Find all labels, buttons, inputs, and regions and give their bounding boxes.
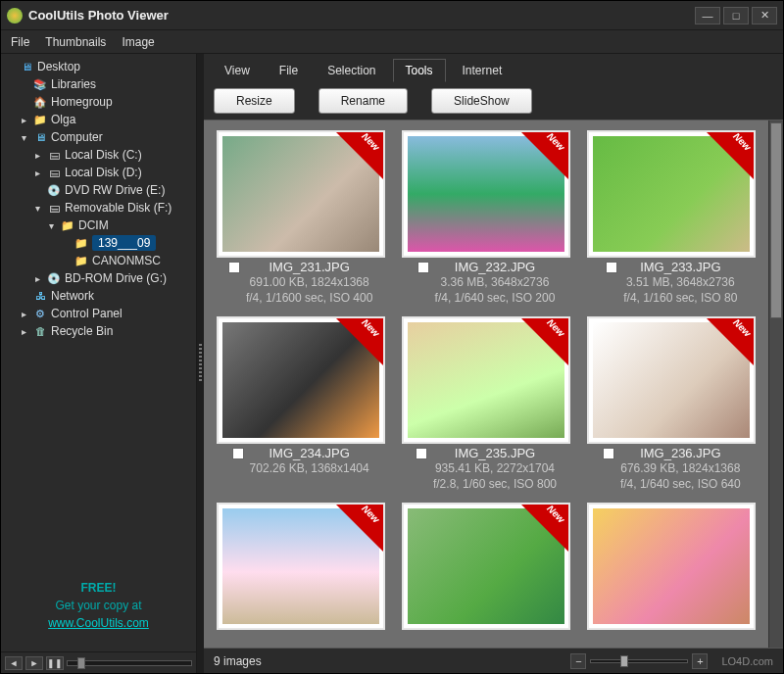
status-count: 9 images	[214, 654, 262, 668]
scroll-thumb[interactable]	[770, 122, 782, 318]
tree-node[interactable]: ▸🖴Local Disk (C:)	[1, 146, 196, 164]
thumbnail-cell[interactable]: NewIMG_236.JPG676.39 KB, 1824x1368f/4, 1…	[581, 316, 762, 499]
splitter-handle[interactable]	[197, 54, 204, 673]
node-label: BD-ROM Drive (G:)	[65, 271, 167, 285]
promo-box: FREE! Get your copy at www.CoolUtils.com	[1, 569, 196, 651]
file-exif: f/4, 1/1600 sec, ISO 400	[246, 290, 372, 306]
close-button[interactable]: ✕	[752, 7, 777, 24]
vertical-scrollbar[interactable]	[768, 120, 783, 648]
slider-right-button[interactable]: ►	[25, 656, 43, 670]
zoom-thumb[interactable]	[620, 655, 628, 667]
tree-node[interactable]: 🖥Desktop	[1, 58, 196, 75]
tree-node[interactable]: ▸💿BD-ROM Drive (G:)	[1, 269, 196, 287]
slider-thumb[interactable]	[77, 657, 85, 669]
promo-text: Get your copy at	[9, 597, 188, 614]
thumbnail-cell[interactable]: NewIMG_233.JPG3.51 MB, 3648x2736f/4, 1/1…	[581, 130, 762, 313]
zoom-out-button[interactable]: −	[570, 653, 586, 669]
title-bar[interactable]: CoolUtils Photo Viewer — □ ✕	[1, 1, 783, 30]
select-checkbox[interactable]	[232, 448, 244, 459]
minimize-button[interactable]: —	[695, 7, 720, 24]
maximize-button[interactable]: □	[723, 7, 749, 24]
menu-thumbnails[interactable]: Thumbnails	[45, 35, 106, 49]
node-icon: 🏠	[32, 95, 48, 109]
select-checkbox[interactable]	[606, 262, 617, 273]
node-label: Desktop	[37, 60, 80, 73]
tree-node[interactable]: 📁CANONMSC	[1, 252, 196, 269]
expand-icon[interactable]: ▸	[19, 326, 29, 337]
zoom-track[interactable]	[590, 659, 688, 663]
tree-node[interactable]: ▸🖴Local Disk (D:)	[1, 164, 196, 181]
rename-button[interactable]: Rename	[318, 88, 408, 114]
tree-node[interactable]: ▸📁Olga	[1, 111, 196, 128]
tree-node[interactable]: ▸🗑Recycle Bin	[1, 322, 196, 340]
new-badge: New	[336, 505, 383, 552]
photo-placeholder	[593, 508, 750, 624]
thumbnail-image[interactable]: New	[402, 130, 570, 258]
tree-node[interactable]: ▸⚙Control Panel	[1, 305, 196, 322]
thumbnail-cell[interactable]: NewIMG_234.JPG702.26 KB, 1368x1404	[210, 316, 391, 499]
tree-node[interactable]: 📁139___09	[1, 234, 196, 252]
expand-icon[interactable]: ▸	[32, 168, 43, 178]
expand-icon[interactable]: ▾	[46, 220, 57, 231]
expand-icon[interactable]: ▸	[19, 115, 29, 125]
tab-file[interactable]: File	[267, 59, 311, 81]
expand-icon[interactable]: ▸	[32, 150, 43, 161]
expand-icon[interactable]: ▾	[32, 203, 43, 214]
tab-view[interactable]: View	[212, 59, 263, 81]
file-size: 676.39 KB, 1824x1368	[620, 460, 741, 476]
thumbnail-cell[interactable]: NewIMG_235.JPG935.41 KB, 2272x1704f/2.8,…	[395, 316, 576, 499]
tree-node[interactable]: 💿DVD RW Drive (E:)	[1, 181, 196, 199]
thumbnail-cell[interactable]: NewIMG_232.JPG3.36 MB, 3648x2736f/4, 1/6…	[395, 130, 576, 313]
resize-button[interactable]: Resize	[214, 88, 295, 114]
thumbnail-image[interactable]: New	[217, 130, 385, 258]
tab-internet[interactable]: Internet	[450, 59, 515, 81]
thumbnail-image[interactable]: New	[402, 316, 570, 444]
thumbnail-cell[interactable]: New	[210, 503, 391, 638]
file-size: 3.36 MB, 3648x2736	[435, 274, 556, 290]
thumbnail-image[interactable]	[587, 503, 756, 630]
thumbnail-cell[interactable]: New	[395, 503, 576, 638]
tree-node[interactable]: ▾🖴Removable Disk (F:)	[1, 199, 196, 217]
expand-icon[interactable]: ▸	[32, 273, 43, 284]
select-checkbox[interactable]	[228, 262, 240, 273]
tree-node[interactable]: 📚Libraries	[1, 75, 196, 93]
thumbnail-image[interactable]: New	[217, 503, 385, 630]
tab-selection[interactable]: Selection	[315, 59, 388, 81]
node-label: Libraries	[51, 77, 96, 91]
file-name: IMG_232.JPG	[435, 260, 556, 274]
select-checkbox[interactable]	[416, 448, 427, 459]
file-name: IMG_231.JPG	[246, 260, 372, 274]
menu-file[interactable]: File	[11, 35, 29, 49]
expand-icon[interactable]: ▾	[19, 132, 29, 143]
node-icon: 🖴	[46, 148, 62, 162]
select-checkbox[interactable]	[417, 262, 429, 273]
tree-node[interactable]: ▾📁DCIM	[1, 217, 196, 234]
tab-bar: ViewFileSelectionToolsInternet	[204, 54, 783, 81]
tree-node[interactable]: 🖧Network	[1, 287, 196, 305]
tree-node[interactable]: 🏠Homegroup	[1, 93, 196, 111]
thumbnail-cell[interactable]	[581, 503, 762, 638]
tree-node[interactable]: ▾🖥Computer	[1, 128, 196, 146]
node-label: DCIM	[78, 218, 109, 232]
zoom-in-button[interactable]: +	[692, 653, 708, 669]
thumbnail-image[interactable]: New	[587, 130, 756, 258]
promo-link[interactable]: www.CoolUtils.com	[9, 614, 188, 632]
folder-tree[interactable]: 🖥Desktop📚Libraries🏠Homegroup▸📁Olga▾🖥Comp…	[1, 54, 196, 569]
menu-image[interactable]: Image	[122, 35, 154, 49]
tab-tools[interactable]: Tools	[393, 59, 446, 82]
slider-pause-button[interactable]: ❚❚	[46, 656, 64, 670]
file-exif: f/2.8, 1/60 sec, ISO 800	[433, 476, 557, 492]
expand-icon[interactable]: ▸	[19, 309, 29, 319]
slideshow-button[interactable]: SlideShow	[431, 88, 532, 114]
node-label: Local Disk (C:)	[65, 148, 142, 162]
select-checkbox[interactable]	[603, 448, 614, 459]
slider-left-button[interactable]: ◄	[5, 656, 23, 670]
node-label: Olga	[51, 113, 75, 126]
node-label: Removable Disk (F:)	[65, 201, 172, 215]
thumbnail-image[interactable]: New	[402, 503, 570, 630]
thumbnail-grid[interactable]: NewIMG_231.JPG691.00 KB, 1824x1368f/4, 1…	[204, 120, 768, 648]
thumbnail-cell[interactable]: NewIMG_231.JPG691.00 KB, 1824x1368f/4, 1…	[210, 130, 391, 313]
thumbnail-image[interactable]: New	[217, 316, 385, 444]
thumbnail-image[interactable]: New	[587, 316, 756, 444]
slider-track[interactable]	[67, 660, 192, 666]
